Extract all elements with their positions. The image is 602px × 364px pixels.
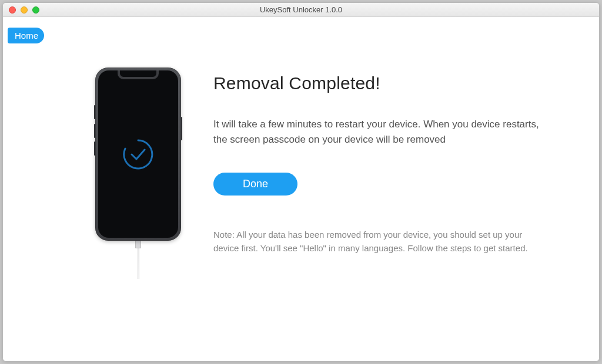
phone-notch bbox=[118, 70, 159, 79]
note-text: Note: All your data has been removed fro… bbox=[213, 228, 531, 255]
close-icon[interactable] bbox=[9, 6, 16, 14]
description-text: It will take a few minutes to restart yo… bbox=[213, 117, 543, 147]
maximize-icon[interactable] bbox=[32, 6, 39, 14]
checkmark-icon bbox=[122, 138, 155, 171]
minimize-icon[interactable] bbox=[21, 6, 28, 14]
home-button[interactable]: Home bbox=[8, 28, 44, 43]
cable-line bbox=[138, 248, 139, 279]
main-content: Removal Completed! It will take a few mi… bbox=[91, 68, 564, 279]
device-illustration bbox=[91, 68, 185, 279]
cable-connector-icon bbox=[135, 240, 141, 248]
window-controls bbox=[3, 6, 39, 14]
titlebar: UkeySoft Unlocker 1.0.0 bbox=[3, 3, 599, 17]
app-window: UkeySoft Unlocker 1.0.0 Home Rem bbox=[2, 2, 600, 362]
phone-frame bbox=[95, 68, 181, 241]
window-title: UkeySoft Unlocker 1.0.0 bbox=[3, 5, 599, 14]
page-title: Removal Completed! bbox=[213, 73, 543, 93]
message-panel: Removal Completed! It will take a few mi… bbox=[213, 68, 543, 255]
phone-screen bbox=[98, 70, 178, 238]
done-button[interactable]: Done bbox=[213, 173, 297, 196]
